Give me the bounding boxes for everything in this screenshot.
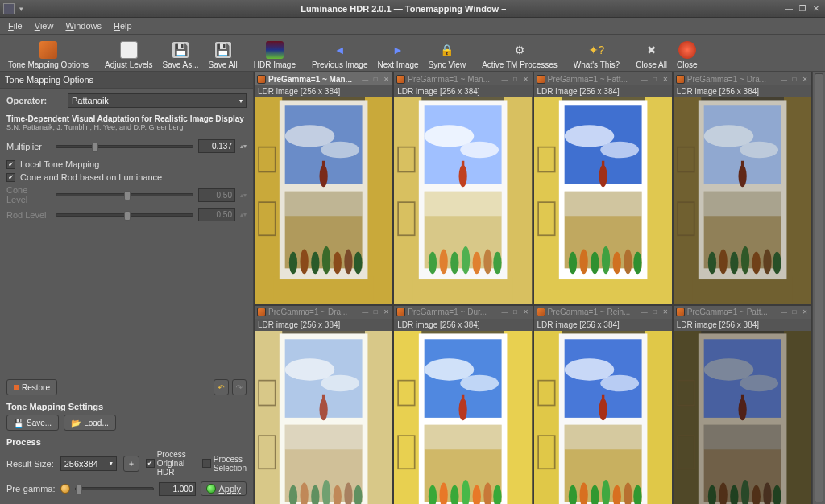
next-image-button[interactable]: ►Next Image	[372, 35, 423, 71]
subwindow-titlebar[interactable]: PreGamma=1 ~ Dur... — □ ✕	[394, 306, 532, 319]
cone-rod-checkbox[interactable]: ✔	[6, 173, 15, 182]
sub-maximize-icon[interactable]: □	[790, 308, 798, 316]
sub-close-icon[interactable]: ✕	[801, 308, 809, 316]
sub-close-icon[interactable]: ✕	[801, 75, 809, 83]
sub-minimize-icon[interactable]: —	[501, 308, 509, 316]
subwindow-titlebar[interactable]: PreGamma=1 ~ Dra... — □ ✕	[255, 306, 392, 319]
menu-windows[interactable]: Windows	[60, 19, 106, 32]
close-button[interactable]: Close	[672, 35, 703, 71]
sub-minimize-icon[interactable]: —	[641, 75, 649, 83]
image-preview[interactable]: .wall{fill:#e8d050} .frame{fill:#ffffff}…	[394, 331, 532, 504]
adjust-levels-button[interactable]: Adjust Levels	[100, 35, 157, 71]
svg-point-86	[763, 249, 771, 274]
sub-minimize-icon[interactable]: —	[361, 75, 369, 83]
app-icon	[3, 3, 15, 14]
spinner-icon: ▴▾	[240, 211, 247, 218]
subwindow[interactable]: PreGamma=1 ~ Dur... — □ ✕ LDR image [256…	[393, 305, 533, 504]
sub-maximize-icon[interactable]: □	[371, 75, 379, 83]
save-as-button[interactable]: 💾Save As...	[158, 35, 204, 71]
proc-orig-checkbox[interactable]: ✔	[146, 459, 155, 468]
menu-file[interactable]: File	[3, 19, 27, 32]
sub-maximize-icon[interactable]: □	[651, 308, 659, 316]
vertical-scrollbar[interactable]	[812, 72, 825, 504]
sub-close-icon[interactable]: ✕	[661, 308, 670, 316]
sub-close-icon[interactable]: ✕	[382, 308, 390, 316]
proc-sel-checkbox[interactable]	[202, 459, 211, 468]
restore-button[interactable]: Restore	[6, 379, 57, 395]
sub-minimize-icon[interactable]: —	[780, 308, 788, 316]
operator-select[interactable]: Pattanaik▾	[68, 93, 247, 108]
svg-rect-2	[365, 97, 392, 304]
close-icon[interactable]: ✕	[810, 3, 822, 14]
svg-point-119	[460, 375, 499, 392]
subwindow[interactable]: PreGamma=1 ~ Rein... — □ ✕ LDR image [25…	[533, 305, 673, 504]
tm-options-button[interactable]: Tone Mapping Options	[3, 35, 93, 71]
image-preview[interactable]: .wall{fill:#e0c850} .frame{fill:#ffffff}…	[534, 97, 672, 304]
image-preview[interactable]: .wall{fill:#e0c848} .frame{fill:#f8f8f8}…	[534, 331, 672, 504]
sub-minimize-icon[interactable]: —	[361, 308, 369, 316]
reset-pregamma-icon[interactable]	[60, 484, 70, 494]
sub-minimize-icon[interactable]: —	[641, 308, 649, 316]
settings-save-button[interactable]: 💾Save...	[6, 415, 59, 431]
minimize-icon[interactable]: —	[783, 3, 794, 14]
image-preview[interactable]: .wall{fill:#706030} .frame{fill:#c8c4b8}…	[674, 97, 811, 304]
subwindow[interactable]: PreGamma=1 ~ Man... — □ ✕ LDR image [256…	[393, 72, 533, 305]
previous-image-button[interactable]: ◄Previous Image	[307, 35, 372, 71]
close-all-button[interactable]: ✖Close All	[631, 35, 672, 71]
subwindow-titlebar[interactable]: PreGamma=1 ~ Fatt... — □ ✕	[534, 72, 672, 85]
result-size-select[interactable]: 256x384▾	[60, 456, 117, 471]
pregamma-slider[interactable]	[75, 487, 155, 490]
image-preview[interactable]: .wall{fill:#d8c888} .frame{fill:#f8f8f0}…	[255, 331, 392, 504]
add-size-button[interactable]: ＋	[123, 456, 139, 472]
sub-maximize-icon[interactable]: □	[371, 308, 379, 316]
subwindow-titlebar[interactable]: PreGamma=1 ~ Patt... — □ ✕	[674, 306, 811, 319]
multiplier-slider[interactable]	[56, 145, 193, 148]
sync-view-button[interactable]: 🔒Sync View	[424, 35, 471, 71]
spinner-icon[interactable]: ▴▾	[240, 143, 247, 150]
maximize-icon[interactable]: ❐	[797, 3, 808, 14]
subwindow[interactable]: PreGamma=1 ~ Man... — □ ✕ LDR image [256…	[254, 72, 393, 305]
sub-maximize-icon[interactable]: □	[512, 75, 520, 83]
sub-maximize-icon[interactable]: □	[790, 75, 798, 83]
subwindow-icon	[676, 75, 685, 84]
whats-this-button[interactable]: ✦?What's This?	[569, 35, 624, 71]
apply-button[interactable]: Apply	[201, 481, 247, 496]
save-all-button[interactable]: 💾Save All	[204, 35, 243, 71]
sub-close-icon[interactable]: ✕	[522, 308, 530, 316]
menu-view[interactable]: View	[30, 19, 59, 32]
sub-close-icon[interactable]: ✕	[661, 75, 670, 83]
subwindow[interactable]: PreGamma=1 ~ Fatt... — □ ✕ LDR image [25…	[533, 72, 673, 305]
image-preview[interactable]: .wall{fill:#d8c060} .frame{fill:#f8f8f8}…	[394, 97, 532, 304]
sub-minimize-icon[interactable]: —	[501, 75, 509, 83]
sub-minimize-icon[interactable]: —	[780, 75, 788, 83]
apply-icon	[206, 484, 216, 494]
hdr-image-button[interactable]: HDR Image	[249, 35, 301, 71]
menu-help[interactable]: Help	[109, 19, 137, 32]
image-preview[interactable]: .wall{fill:#c9a93a} .frame{fill:#e8e4d8}…	[255, 97, 392, 304]
subwindow-titlebar[interactable]: PreGamma=1 ~ Rein... — □ ✕	[534, 306, 672, 319]
undo-button[interactable]: ↶	[214, 379, 228, 395]
sub-close-icon[interactable]: ✕	[522, 75, 530, 83]
multiplier-input[interactable]	[198, 139, 235, 153]
svg-rect-143	[564, 424, 641, 449]
subwindow-titlebar[interactable]: PreGamma=1 ~ Dra... — □ ✕	[674, 72, 811, 85]
svg-rect-11	[285, 191, 363, 216]
image-preview[interactable]: .wall{fill:#504828} .frame{fill:#a09888}…	[674, 331, 811, 504]
subwindow[interactable]: PreGamma=1 ~ Dra... — □ ✕ LDR image [256…	[254, 305, 393, 504]
local-tm-checkbox[interactable]: ✔	[6, 160, 15, 169]
titlebar-menu-icon[interactable]: ▾	[19, 5, 23, 13]
svg-point-37	[429, 252, 437, 274]
settings-load-button[interactable]: 📂Load...	[64, 415, 116, 431]
active-tm-button[interactable]: ⚙Active TM Processes	[477, 35, 562, 71]
subwindow-titlebar[interactable]: PreGamma=1 ~ Man... — □ ✕	[255, 72, 392, 85]
sub-maximize-icon[interactable]: □	[512, 308, 520, 316]
sub-maximize-icon[interactable]: □	[651, 75, 659, 83]
subwindow-titlebar[interactable]: PreGamma=1 ~ Man... — □ ✕	[394, 72, 532, 85]
paper-authors: S.N. Pattanaik, J. Tumblin, H. Yee, and …	[6, 123, 247, 131]
subwindow[interactable]: PreGamma=1 ~ Dra... — □ ✕ LDR image [256…	[673, 72, 812, 305]
subwindow[interactable]: PreGamma=1 ~ Patt... — □ ✕ LDR image [25…	[673, 305, 812, 504]
redo-button[interactable]: ↷	[232, 379, 247, 395]
pregamma-input[interactable]	[159, 482, 196, 496]
svg-point-85	[752, 252, 760, 274]
sub-close-icon[interactable]: ✕	[382, 75, 390, 83]
